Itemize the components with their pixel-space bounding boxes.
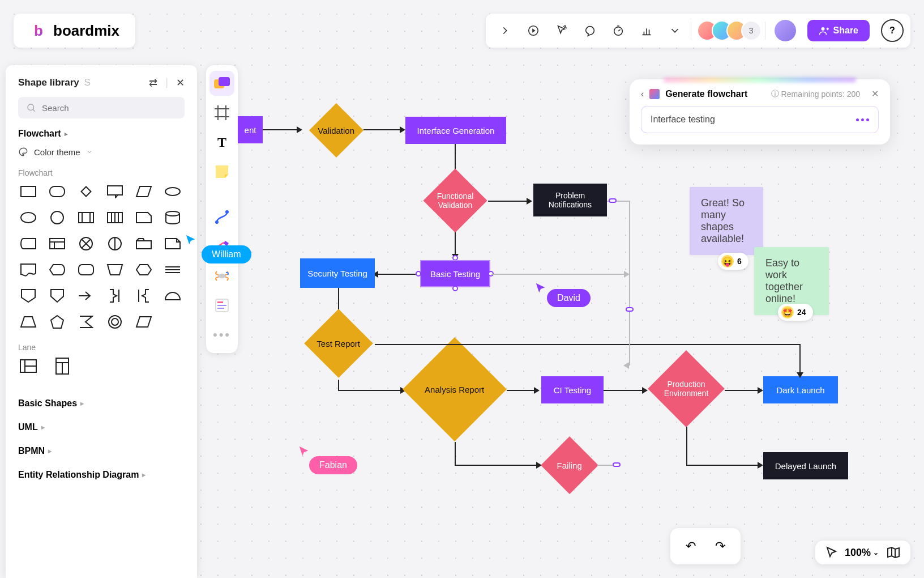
zoom-level[interactable]: 100% ⌄: [845, 547, 879, 559]
ai-generate-panel: ‹ Generate flowchart ⓘ Remaining points:…: [630, 79, 890, 144]
cursor-label-william: William: [202, 245, 251, 264]
ai-panel-title: Generate flowchart: [665, 89, 747, 99]
node-functional-validation[interactable]: Functional Validation: [423, 168, 487, 232]
ai-input-container[interactable]: [641, 106, 879, 133]
collab-cursor-fabian: [298, 445, 310, 458]
node-basic-testing[interactable]: Basic Testing: [420, 260, 490, 287]
ai-back-button[interactable]: ‹: [641, 89, 644, 99]
ai-logo-icon: [649, 89, 660, 99]
zoom-bar: 100% ⌄: [815, 541, 910, 564]
node-interface-generation[interactable]: Interface Generation: [405, 117, 506, 144]
node-failing[interactable]: Failing: [541, 436, 598, 494]
sticky-note-1[interactable]: Great! So many shapes available!: [690, 187, 763, 255]
node-ent[interactable]: ent: [238, 116, 263, 143]
node-validation[interactable]: Validation: [309, 103, 363, 158]
close-icon[interactable]: ✕: [871, 88, 879, 99]
history-bar: ↶ ↷: [670, 528, 741, 564]
redo-button[interactable]: ↷: [708, 534, 733, 559]
cursor-mode-button[interactable]: [825, 546, 837, 559]
node-ci-testing[interactable]: CI Testing: [541, 376, 604, 403]
decorative-rainbow: [664, 78, 856, 82]
reaction-sticky-1[interactable]: 😝6: [718, 253, 748, 270]
node-dark-launch[interactable]: Dark Launch: [763, 376, 838, 403]
node-test-report[interactable]: Test Report: [304, 309, 373, 378]
cursor-label-david: David: [547, 289, 591, 307]
node-production-env[interactable]: Production Environment: [648, 350, 725, 427]
node-delayed-launch[interactable]: Delayed Launch: [763, 452, 848, 479]
minimap-button[interactable]: [887, 546, 900, 559]
node-security-testing[interactable]: Security Testing: [300, 258, 375, 288]
collab-cursor-david: [534, 282, 547, 295]
undo-button[interactable]: ↶: [678, 534, 703, 559]
node-problem-notifications[interactable]: Problem Notifications: [533, 184, 607, 216]
reaction-sticky-2[interactable]: 🤩24: [778, 304, 813, 321]
node-analysis-report[interactable]: Analysis Report: [403, 337, 507, 441]
collab-cursor-william: [185, 234, 197, 246]
loading-dots-icon: [856, 118, 869, 121]
ai-remaining-points: ⓘ Remaining points:200: [771, 89, 860, 99]
cursor-label-fabian: Fabian: [309, 456, 357, 474]
ai-prompt-input[interactable]: [651, 114, 856, 125]
